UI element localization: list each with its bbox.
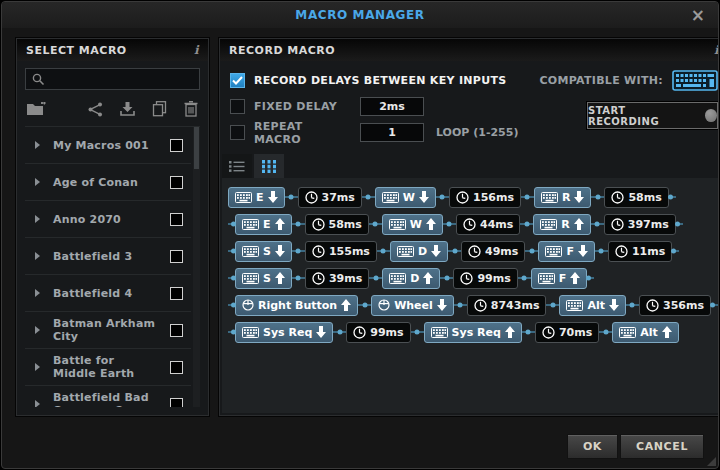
key-chip[interactable]: F bbox=[538, 241, 595, 262]
repeat-macro-checkbox[interactable] bbox=[230, 125, 245, 140]
share-icon[interactable] bbox=[88, 102, 103, 117]
check-icon bbox=[232, 76, 243, 85]
key-chip[interactable]: W bbox=[382, 214, 443, 235]
macro-list-row[interactable]: Battle for Middle Earth bbox=[25, 349, 191, 386]
macro-search[interactable] bbox=[25, 68, 200, 90]
macro-list-row[interactable]: My Macros 001 bbox=[25, 127, 191, 164]
delay-chip[interactable]: 70ms bbox=[535, 322, 599, 343]
fixed-delay-checkbox[interactable] bbox=[230, 99, 245, 114]
delay-chip[interactable]: 397ms bbox=[604, 214, 676, 235]
mouse-chip[interactable]: Right Button bbox=[235, 295, 358, 316]
key-chip[interactable]: E bbox=[235, 214, 292, 235]
key-chip[interactable]: S bbox=[235, 241, 292, 262]
expand-caret-icon[interactable] bbox=[35, 215, 40, 223]
trash-icon[interactable] bbox=[184, 101, 198, 117]
macro-list-row[interactable]: Age of Conan bbox=[25, 164, 191, 201]
delay-chip[interactable]: 356ms bbox=[639, 295, 711, 316]
new-folder-icon[interactable] bbox=[27, 102, 47, 116]
delay-chip[interactable]: 8743ms bbox=[467, 295, 547, 316]
keyboard-icon bbox=[397, 246, 414, 257]
expand-caret-icon[interactable] bbox=[35, 178, 40, 186]
macro-checkbox[interactable] bbox=[170, 213, 183, 226]
chip-connector bbox=[377, 250, 390, 252]
cancel-button[interactable]: CANCEL bbox=[620, 434, 704, 459]
key-chip[interactable]: R bbox=[534, 187, 591, 208]
delay-chip[interactable]: 156ms bbox=[449, 187, 521, 208]
keyboard-icon bbox=[242, 246, 259, 257]
resize-grip[interactable] bbox=[707, 457, 716, 466]
scrollbar-thumb[interactable] bbox=[194, 127, 199, 169]
delay-chip[interactable]: 11ms bbox=[608, 241, 672, 262]
repeat-count-input[interactable] bbox=[360, 123, 424, 142]
info-icon[interactable]: i bbox=[194, 43, 199, 57]
macro-checkbox[interactable] bbox=[170, 287, 183, 300]
mouse-chip[interactable]: Wheel bbox=[371, 295, 454, 316]
chip-connector bbox=[518, 277, 531, 279]
tab-grid-view[interactable] bbox=[254, 154, 284, 178]
delay-value: 99ms bbox=[477, 272, 510, 285]
key-chip[interactable]: Sys Req bbox=[235, 322, 333, 343]
clock-icon bbox=[463, 218, 476, 231]
footer-buttons: OK CANCEL bbox=[567, 434, 704, 459]
macro-checkbox[interactable] bbox=[170, 361, 183, 374]
delay-chip[interactable]: 39ms bbox=[305, 268, 369, 289]
expand-caret-icon[interactable] bbox=[35, 289, 40, 297]
macro-list-scrollbar[interactable] bbox=[193, 127, 200, 407]
key-chip[interactable]: Alt bbox=[612, 322, 679, 343]
key-chip[interactable]: Sys Req bbox=[424, 322, 522, 343]
grid-view-icon bbox=[262, 160, 276, 173]
delay-chip[interactable]: 44ms bbox=[456, 214, 520, 235]
macro-checkbox[interactable] bbox=[170, 398, 183, 408]
macro-list-row[interactable]: Battlefield 4 bbox=[25, 275, 191, 312]
chip-connector bbox=[591, 223, 604, 225]
keyboard-icon bbox=[235, 192, 252, 203]
macro-list-row[interactable]: Battlefield 3 bbox=[25, 238, 191, 275]
macro-checkbox[interactable] bbox=[170, 324, 183, 337]
expand-caret-icon[interactable] bbox=[35, 363, 40, 371]
start-recording-button[interactable]: START RECORDING bbox=[587, 102, 718, 129]
key-chip[interactable]: R bbox=[533, 214, 590, 235]
search-input[interactable] bbox=[51, 73, 193, 85]
macro-checkbox[interactable] bbox=[170, 250, 183, 263]
info-icon[interactable]: i bbox=[714, 43, 719, 57]
key-chip[interactable]: D bbox=[390, 241, 448, 262]
macro-checkbox[interactable] bbox=[170, 176, 183, 189]
loop-range-label: LOOP (1-255) bbox=[436, 126, 518, 139]
chip-connector bbox=[443, 223, 456, 225]
delay-chip[interactable]: 37ms bbox=[298, 187, 362, 208]
key-chip[interactable]: Alt bbox=[559, 295, 626, 316]
chip-connector bbox=[292, 250, 305, 252]
delay-chip[interactable]: 58ms bbox=[305, 214, 369, 235]
fixed-delay-input[interactable] bbox=[360, 97, 424, 116]
macro-list-row[interactable]: Batman Arkham City bbox=[25, 312, 191, 349]
delay-chip[interactable]: 58ms bbox=[604, 187, 668, 208]
expand-caret-icon[interactable] bbox=[35, 252, 40, 260]
key-chip[interactable]: D bbox=[382, 268, 440, 289]
row-connector-lead bbox=[228, 250, 235, 252]
macro-list-row[interactable]: Anno 2070 bbox=[25, 201, 191, 238]
ok-button[interactable]: OK bbox=[567, 434, 618, 459]
copy-icon[interactable] bbox=[152, 101, 167, 117]
expand-caret-icon[interactable] bbox=[35, 400, 40, 407]
macro-checkbox[interactable] bbox=[170, 139, 183, 152]
key-chip[interactable]: S bbox=[235, 268, 292, 289]
delay-chip[interactable]: 155ms bbox=[305, 241, 377, 262]
key-chip[interactable]: W bbox=[375, 187, 436, 208]
clock-icon bbox=[312, 272, 325, 285]
delay-chip[interactable]: 99ms bbox=[346, 322, 410, 343]
expand-caret-icon[interactable] bbox=[35, 141, 40, 149]
arrow-up-icon bbox=[574, 218, 584, 230]
record-delays-label: RECORD DELAYS BETWEEN KEY INPUTS bbox=[254, 74, 506, 87]
delay-chip[interactable]: 49ms bbox=[461, 241, 525, 262]
macro-list-row[interactable]: Battlefield Bad Company 2 bbox=[25, 386, 191, 407]
expand-caret-icon[interactable] bbox=[35, 326, 40, 334]
delay-chip[interactable]: 99ms bbox=[453, 268, 517, 289]
clock-icon bbox=[611, 218, 624, 231]
key-chip[interactable]: E bbox=[228, 187, 285, 208]
tab-list-view[interactable] bbox=[222, 154, 252, 178]
key-chip[interactable]: F bbox=[531, 268, 588, 289]
close-icon[interactable]: × bbox=[691, 5, 705, 25]
import-icon[interactable] bbox=[120, 102, 135, 117]
chip-connector bbox=[358, 304, 371, 306]
record-delays-checkbox[interactable] bbox=[230, 73, 245, 88]
